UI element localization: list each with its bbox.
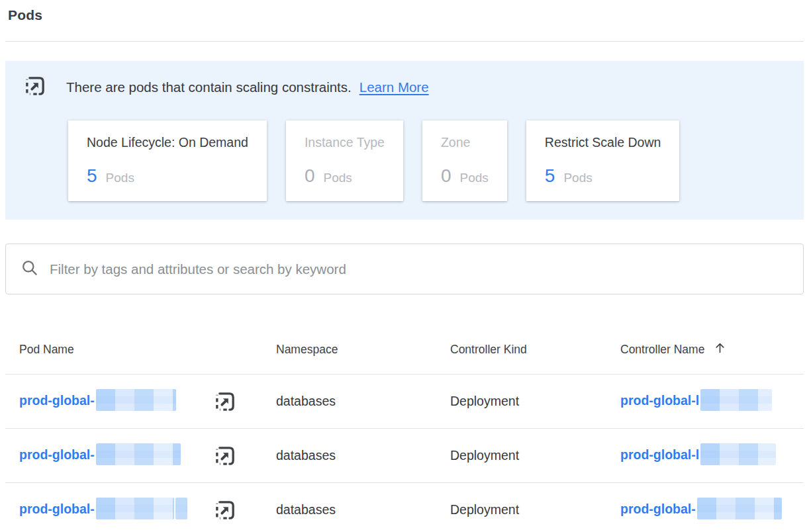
card-label: Node Lifecycle: On Demand [87,135,248,150]
card-count: 5 [87,165,97,187]
card-count: 0 [441,165,452,187]
sort-asc-icon [713,341,727,358]
redacted-text [697,498,782,519]
controller-name-link[interactable]: prod-global-l [620,447,699,462]
page-title: Pods [8,6,804,24]
card-count-row: 0 Pods [441,165,489,187]
namespace-cell: databases [276,502,450,517]
card-count-row: 5 Pods [87,165,248,187]
card-label: Restrict Scale Down [545,135,661,150]
card-unit: Pods [106,171,134,185]
controller-kind-cell: Deployment [450,394,620,409]
banner-message: There are pods that contain scaling cons… [66,79,352,95]
card-count-row: 0 Pods [305,165,385,187]
card-unit: Pods [563,171,592,185]
card-instance-type[interactable]: Instance Type 0 Pods [286,120,403,201]
card-zone[interactable]: Zone 0 Pods [422,120,507,201]
namespace-cell: databases [276,394,450,409]
table-row[interactable]: prod-global- databases Deployment prod-g… [5,429,804,483]
card-restrict-scale-down[interactable]: Restrict Scale Down 5 Pods [526,120,680,201]
controller-name-cell: prod-global-l [620,390,804,412]
search-icon [21,259,38,279]
controller-name-link[interactable]: prod-global-l [620,393,699,408]
filter-searchbar[interactable] [5,244,804,294]
scale-constraint-icon[interactable] [213,498,237,525]
controller-name-cell: prod-global- [620,499,804,521]
scale-constraint-icon[interactable] [213,444,237,470]
controller-name-link[interactable]: prod-global- [620,502,696,516]
redacted-text [700,443,776,465]
card-count: 0 [305,165,315,187]
pod-name-link[interactable]: prod-global- [19,502,95,516]
controller-name-cell: prod-global-l [620,445,804,466]
card-count: 5 [545,165,555,187]
title-divider [5,41,804,42]
card-node-lifecycle[interactable]: Node Lifecycle: On Demand 5 Pods [68,120,267,201]
column-label: Controller Name [620,343,704,357]
column-header-pod-name[interactable]: Pod Name [5,343,276,357]
table-header: Pod Name Namespace Controller Kind Contr… [5,326,804,375]
card-count-row: 5 Pods [545,165,661,187]
card-unit: Pods [460,171,489,185]
constraint-cards: Node Lifecycle: On Demand 5 Pods Instanc… [68,120,786,201]
column-header-namespace[interactable]: Namespace [276,343,450,357]
scaling-constraints-banner: There are pods that contain scaling cons… [5,61,804,220]
column-label: Controller Kind [450,343,527,357]
controller-kind-cell: Deployment [450,502,620,517]
card-label: Zone [441,135,489,150]
table-row[interactable]: prod-global- databases Deployment prod-g… [5,483,804,532]
table-row[interactable]: prod-global- databases Deployment prod-g… [5,375,804,429]
scale-constraint-icon [23,74,47,101]
redacted-text [96,443,181,465]
namespace-cell: databases [276,448,450,463]
column-header-controller-kind[interactable]: Controller Kind [450,343,620,357]
column-label: Namespace [276,343,338,357]
learn-more-link[interactable]: Learn More [359,79,429,95]
card-label: Instance Type [305,135,385,150]
redacted-text [96,389,176,411]
redacted-text [700,389,772,411]
pods-table: Pod Name Namespace Controller Kind Contr… [5,326,804,532]
pod-name-link[interactable]: prod-global- [19,447,95,462]
pod-name-link[interactable]: prod-global- [19,393,95,408]
banner-header: There are pods that contain scaling cons… [23,74,786,101]
redacted-text [96,498,174,519]
column-header-controller-name[interactable]: Controller Name [620,341,804,358]
search-input[interactable] [50,261,790,277]
scale-constraint-icon[interactable] [213,390,237,416]
card-unit: Pods [323,171,352,185]
redacted-text [175,498,187,519]
column-label: Pod Name [19,343,74,357]
controller-kind-cell: Deployment [450,448,620,463]
pods-page: Pods There are pods that contain scaling… [0,6,809,532]
